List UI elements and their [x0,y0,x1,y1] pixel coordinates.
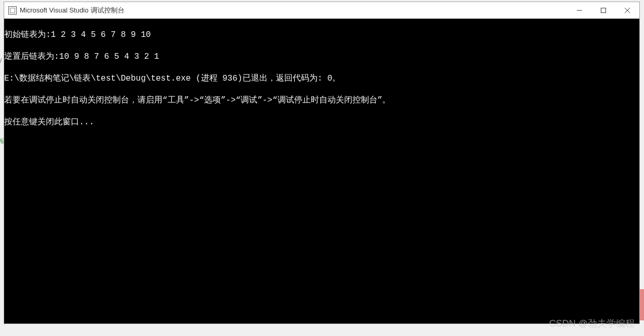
console-line: 按任意键关闭此窗口... [4,117,639,128]
console-line: 逆置后链表为:10 9 8 7 6 5 4 3 2 1 [4,51,639,62]
minimize-button[interactable] [567,2,591,18]
console-line: 初始链表为:1 2 3 4 5 6 7 8 9 10 [4,30,639,41]
close-button[interactable] [615,2,639,18]
minimize-icon [577,8,582,13]
console-output[interactable]: 初始链表为:1 2 3 4 5 6 7 8 9 10 逆置后链表为:10 9 8… [4,19,639,324]
console-line: E:\数据结构笔记\链表\test\Debug\test.exe (进程 936… [4,73,639,84]
maximize-icon [601,8,606,13]
background-fragment-1: / [0,57,2,64]
console-window: Microsoft Visual Studio 调试控制台 初始链表为:1 2 … [4,2,640,324]
app-icon [8,6,17,15]
console-line: 若要在调试停止时自动关闭控制台，请启用“工具”->“选项”->“调试”->“调试… [4,95,639,106]
window-controls [567,2,639,18]
maximize-button[interactable] [591,2,615,18]
titlebar[interactable]: Microsoft Visual Studio 调试控制台 [4,2,639,19]
svg-rect-1 [601,8,606,12]
close-icon [625,8,630,13]
window-title: Microsoft Visual Studio 调试控制台 [20,6,567,15]
